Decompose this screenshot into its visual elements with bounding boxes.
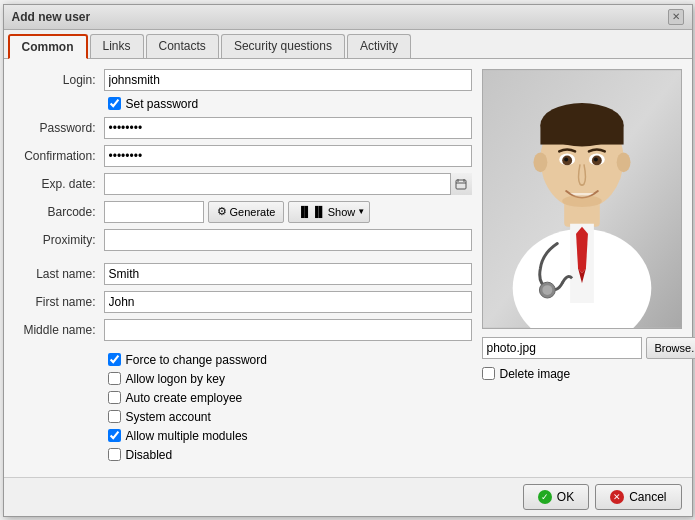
auto-create-checkbox[interactable] [108, 391, 121, 404]
barcode-row: Barcode: ⚙ Generate ▐▌▐▌ Show ▼ [14, 201, 472, 223]
lastname-input[interactable] [104, 263, 472, 285]
lastname-label: Last name: [14, 267, 104, 281]
photo-filename-input[interactable] [482, 337, 642, 359]
middlename-input[interactable] [104, 319, 472, 341]
disabled-row: Disabled [108, 448, 472, 462]
login-label: Login: [14, 73, 104, 87]
svg-point-26 [562, 195, 602, 207]
photo-container [482, 69, 682, 329]
allow-logon-checkbox[interactable] [108, 372, 121, 385]
login-input[interactable] [104, 69, 472, 91]
firstname-row: First name: [14, 291, 472, 313]
force-change-checkbox[interactable] [108, 353, 121, 366]
allow-multiple-label: Allow multiple modules [126, 429, 248, 443]
add-user-dialog: Add new user ✕ Common Links Contacts Sec… [3, 4, 693, 517]
close-button[interactable]: ✕ [668, 9, 684, 25]
confirmation-label: Confirmation: [14, 149, 104, 163]
allow-multiple-row: Allow multiple modules [108, 429, 472, 443]
delete-image-checkbox[interactable] [482, 367, 495, 380]
svg-point-25 [593, 157, 597, 161]
show-label: Show [328, 206, 356, 218]
barcode-input[interactable] [104, 201, 204, 223]
barcode-display-icon: ▐▌▐▌ [297, 206, 325, 217]
barcode-label: Barcode: [14, 205, 104, 219]
lastname-row: Last name: [14, 263, 472, 285]
firstname-label: First name: [14, 295, 104, 309]
login-row: Login: [14, 69, 472, 91]
system-account-label: System account [126, 410, 211, 424]
proximity-row: Proximity: [14, 229, 472, 251]
generate-button[interactable]: ⚙ Generate [208, 201, 285, 223]
ok-icon: ✓ [538, 490, 552, 504]
svg-rect-17 [540, 124, 623, 144]
expdate-label: Exp. date: [14, 177, 104, 191]
delete-image-label: Delete image [500, 367, 571, 381]
expdate-input[interactable] [104, 173, 472, 195]
calendar-icon [455, 178, 467, 190]
allow-multiple-checkbox[interactable] [108, 429, 121, 442]
expdate-row: Exp. date: [14, 173, 472, 195]
dialog-title: Add new user [12, 10, 91, 24]
tab-common[interactable]: Common [8, 34, 88, 59]
cancel-label: Cancel [629, 490, 666, 504]
cancel-icon: ✕ [610, 490, 624, 504]
system-account-checkbox[interactable] [108, 410, 121, 423]
dialog-footer: ✓ OK ✕ Cancel [4, 477, 692, 516]
tab-security[interactable]: Security questions [221, 34, 345, 58]
disabled-label: Disabled [126, 448, 173, 462]
svg-point-18 [533, 152, 547, 172]
ok-label: OK [557, 490, 574, 504]
password-input[interactable] [104, 117, 472, 139]
title-bar: Add new user ✕ [4, 5, 692, 30]
force-change-row: Force to change password [108, 353, 472, 367]
firstname-input[interactable] [104, 291, 472, 313]
user-photo [483, 69, 681, 329]
proximity-input[interactable] [104, 229, 472, 251]
auto-create-row: Auto create employee [108, 391, 472, 405]
allow-logon-row: Allow logon by key [108, 372, 472, 386]
expdate-wrapper [104, 173, 472, 195]
photo-section: Browse... Delete image [482, 69, 682, 467]
confirmation-input[interactable] [104, 145, 472, 167]
delete-image-row: Delete image [482, 367, 682, 381]
system-account-row: System account [108, 410, 472, 424]
show-button[interactable]: ▐▌▐▌ Show ▼ [288, 201, 370, 223]
password-row: Password: [14, 117, 472, 139]
tab-contacts[interactable]: Contacts [146, 34, 219, 58]
cancel-button[interactable]: ✕ Cancel [595, 484, 681, 510]
calendar-button[interactable] [450, 173, 472, 195]
confirmation-row: Confirmation: [14, 145, 472, 167]
svg-point-14 [542, 285, 552, 295]
ok-button[interactable]: ✓ OK [523, 484, 589, 510]
middlename-label: Middle name: [14, 323, 104, 337]
set-password-label: Set password [126, 97, 199, 111]
tab-links[interactable]: Links [90, 34, 144, 58]
tab-bar: Common Links Contacts Security questions… [4, 30, 692, 59]
form-section: Login: Set password Password: Confirmati… [14, 69, 472, 467]
tab-activity[interactable]: Activity [347, 34, 411, 58]
content-area: Login: Set password Password: Confirmati… [4, 59, 692, 477]
force-change-label: Force to change password [126, 353, 267, 367]
generate-label: Generate [230, 206, 276, 218]
allow-logon-label: Allow logon by key [126, 372, 225, 386]
set-password-checkbox[interactable] [108, 97, 121, 110]
photo-filename-row: Browse... [482, 337, 682, 359]
dropdown-arrow-icon: ▼ [357, 207, 365, 216]
middlename-row: Middle name: [14, 319, 472, 341]
svg-point-19 [616, 152, 630, 172]
disabled-checkbox[interactable] [108, 448, 121, 461]
set-password-row: Set password [108, 97, 472, 111]
browse-button[interactable]: Browse... [646, 337, 696, 359]
barcode-controls: ⚙ Generate ▐▌▐▌ Show ▼ [104, 201, 371, 223]
password-label: Password: [14, 121, 104, 135]
proximity-label: Proximity: [14, 233, 104, 247]
generate-icon: ⚙ [217, 205, 227, 218]
auto-create-label: Auto create employee [126, 391, 243, 405]
svg-point-24 [564, 157, 568, 161]
